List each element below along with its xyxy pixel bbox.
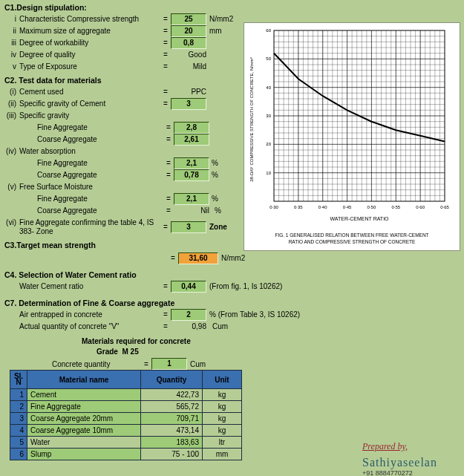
wa-fine-input[interactable]: 2,1 [174, 157, 209, 169]
c1-input-1[interactable]: 20 [171, 25, 206, 37]
sg-coarse-input[interactable]: 2,61 [174, 134, 209, 146]
wa-coarse-input[interactable]: 0,78 [174, 169, 209, 181]
author-name: Sathiyaseelan [362, 456, 437, 469]
svg-text:0·40: 0·40 [318, 205, 327, 209]
svg-text:40: 40 [266, 85, 271, 90]
wc-ratio-input[interactable]: 0,44 [171, 281, 206, 293]
target-strength-output: 31,60 [178, 252, 218, 264]
svg-text:0·55: 0·55 [391, 205, 400, 209]
c1-input-0[interactable]: 25 [171, 13, 206, 25]
prepared-by-label: Prepared by, [362, 441, 408, 452]
svg-text:28-DAY COMPRESSIVE STRENGTH OF: 28-DAY COMPRESSIVE STRENGTH OF CONCRETE,… [249, 57, 254, 181]
table-row: 6Slump75 - 100mm [10, 449, 242, 460]
grade-label: Grade M 25 [97, 348, 464, 358]
table-row: 2Fine Aggregate565,72kg [10, 401, 242, 413]
c4-heading: C4. Selection of Water Cement ratio [4, 270, 464, 279]
fsm-coarse-value: Nil [174, 205, 212, 217]
svg-text:0·60: 0·60 [416, 205, 425, 209]
sg-fine-input[interactable]: 2,8 [174, 122, 209, 134]
svg-text:60: 60 [266, 28, 271, 33]
sg-cement-input[interactable]: 3 [171, 98, 206, 110]
svg-text:0·45: 0·45 [343, 205, 352, 209]
svg-text:30: 30 [266, 114, 271, 118]
table-row: 3Coarse Aggregate 20mm709,71kg [10, 413, 242, 425]
author-phone: +91 8884770272 [362, 469, 413, 476]
svg-text:FIG. 1   GENERALISED RELATION : FIG. 1 GENERALISED RELATION BETWEEN FREE… [275, 232, 428, 238]
actual-qty-value: 0,98 [171, 321, 209, 333]
svg-text:0·35: 0·35 [294, 205, 303, 209]
table-row: 4Coarse Aggregate 10mm473,14kg [10, 425, 242, 437]
zone-input[interactable]: 3 [171, 221, 206, 233]
concrete-qty-input[interactable]: 1 [151, 358, 187, 370]
svg-text:0·65: 0·65 [440, 205, 449, 209]
air-input[interactable]: 2 [171, 309, 206, 321]
svg-text:0·50: 0·50 [367, 205, 376, 209]
svg-text:WATER-CEMENT RATIO: WATER-CEMENT RATIO [330, 216, 389, 221]
c1-input-2[interactable]: 0,8 [171, 37, 206, 49]
svg-text:20: 20 [266, 142, 271, 146]
wc-ratio-chart: 0·300·350·400·450·500·550·600·65 1020304… [244, 22, 460, 251]
svg-text:RATIO AND COMPRESSIVE STRENGTH: RATIO AND COMPRESSIVE STRENGTH OF CONCRE… [289, 239, 416, 244]
svg-text:0·30: 0·30 [269, 205, 278, 209]
svg-text:50: 50 [266, 56, 271, 61]
table-row: 1Cement422,73kg [10, 389, 242, 401]
svg-text:10: 10 [266, 171, 271, 175]
worksheet-page: C1.Design stipulation: iCharacteristic C… [0, 0, 464, 476]
cement-used-value: PPC [171, 86, 209, 98]
fsm-fine-input[interactable]: 2,1 [174, 193, 209, 205]
materials-table: Sl. N Material name Quantity Unit 1Cemen… [10, 370, 242, 460]
table-row: 5Water183,63ltr [10, 437, 242, 449]
materials-subhead: Materials required for concrete [82, 337, 464, 348]
c7-heading: C7. Determination of Fine & Coarse aggre… [4, 299, 464, 307]
c1-heading: C1.Design stipulation: [4, 3, 464, 12]
